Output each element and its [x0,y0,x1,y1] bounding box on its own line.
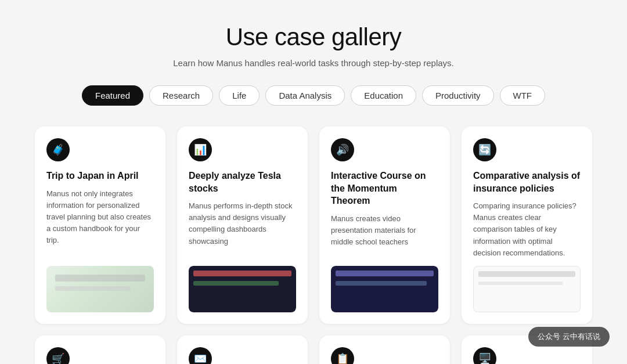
card-momentum-preview [331,266,438,312]
card-tesla[interactable]: 📊 Deeply analyze Tesla stocks Manus perf… [177,127,308,324]
card-japan-preview [46,266,154,312]
watermark: 公众号 云中有话说 [528,327,610,347]
tab-life[interactable]: Life [219,85,260,106]
card-yc[interactable]: 📋 List of YC Companies We needed a list … [319,336,450,364]
card-japan-desc: Manus not only integrates information fo… [46,188,154,259]
card-tesla-preview [189,266,296,312]
card-tesla-title: Deeply analyze Tesla stocks [189,170,296,194]
card-b2b[interactable]: 🛒 B2B Supplier Sourcing Manus conducts i… [35,336,165,364]
tab-research[interactable]: Research [149,85,213,106]
card-tesla-desc: Manus performs in-depth stock analysis a… [189,200,296,259]
tab-productivity[interactable]: Productivity [422,85,494,106]
card-momentum-desc: Manus creates video presentation materia… [331,213,438,259]
tab-education[interactable]: Education [351,85,416,106]
card-amazon[interactable]: ✉️ Analyze Amazon's financial report Man… [177,336,308,364]
card-tesla-icon: 📊 [189,138,212,161]
card-momentum-title: Interactive Course on the Momentum Theor… [331,170,438,207]
card-insurance-desc: Comparing insurance policies? Manus crea… [473,200,581,259]
cards-grid-row1: 🧳 Trip to Japan in April Manus not only … [35,127,592,364]
card-online-store-icon: 🖥️ [473,347,496,364]
page-title: Use case gallery [35,23,592,51]
card-japan-icon: 🧳 [46,138,70,161]
card-momentum[interactable]: 🔊 Interactive Course on the Momentum The… [319,127,450,324]
page-header: Use case gallery Learn how Manus handles… [35,23,592,68]
card-yc-icon: 📋 [331,347,354,364]
card-insurance-icon: 🔄 [473,138,496,161]
card-insurance-preview [473,266,581,312]
tab-featured[interactable]: Featured [82,85,143,106]
tabs-container: Featured Research Life Data Analysis Edu… [35,85,592,106]
tab-wtf[interactable]: WTF [500,85,545,106]
card-momentum-icon: 🔊 [331,138,354,161]
card-b2b-icon: 🛒 [46,347,70,364]
card-insurance-title: Comparative analysis of insurance polici… [473,170,581,194]
page-subtitle: Learn how Manus handles real-world tasks… [35,58,592,68]
card-japan-title: Trip to Japan in April [46,170,154,182]
card-insurance[interactable]: 🔄 Comparative analysis of insurance poli… [462,127,592,324]
card-japan[interactable]: 🧳 Trip to Japan in April Manus not only … [35,127,165,324]
tab-data-analysis[interactable]: Data Analysis [265,85,345,106]
card-amazon-icon: ✉️ [189,347,212,364]
